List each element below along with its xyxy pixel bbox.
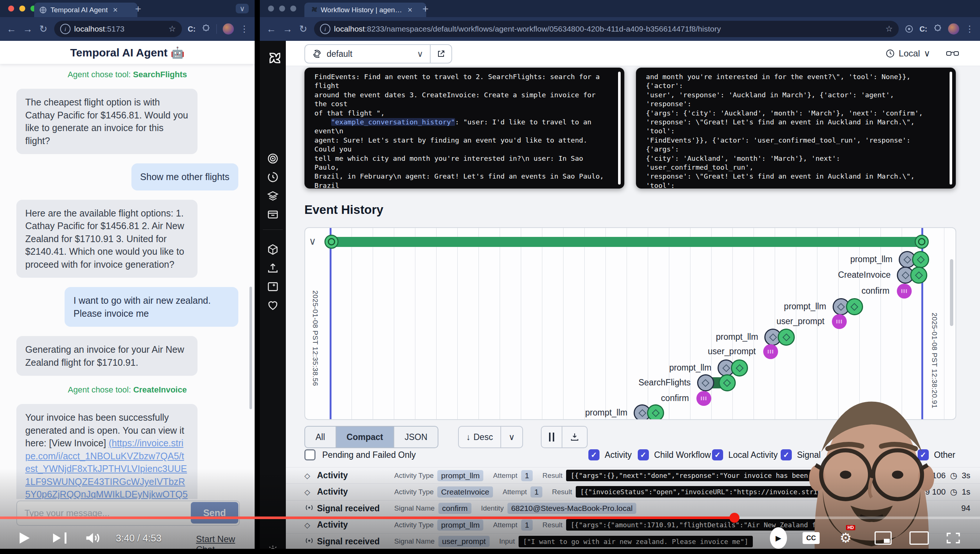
pending-failed-checkbox[interactable] — [304, 449, 315, 460]
autoplay-toggle[interactable]: ▶ — [770, 527, 787, 549]
view-mode-segmented-control[interactable]: AllCompactJSON — [304, 426, 438, 448]
invoice-link[interactable]: (https://invoice.stripe.com/i/acct_1NBOL… — [25, 438, 188, 499]
activity-scheduled-marker[interactable] — [697, 374, 714, 392]
forward-icon[interactable]: → — [23, 23, 33, 35]
sort-desc-button[interactable]: ↓ Desc — [459, 427, 500, 447]
batch-layers-icon[interactable] — [267, 189, 279, 202]
workflow-start-marker[interactable] — [325, 235, 339, 249]
back-icon[interactable]: ← — [267, 23, 276, 35]
tab-close-icon[interactable]: × — [113, 5, 118, 15]
browser-menu-icon[interactable]: ⋮ — [240, 24, 249, 34]
extensions-puzzle-icon[interactable] — [933, 24, 942, 33]
zoom-window-button[interactable] — [290, 6, 296, 11]
schedules-clock-icon[interactable] — [267, 171, 279, 183]
timezone-selector[interactable]: Local ∨ — [885, 48, 930, 59]
address-bar[interactable]: i localhost:8233/namespaces/default/work… — [314, 21, 899, 37]
new-tab-button[interactable]: + — [422, 3, 428, 15]
archive-box-icon[interactable] — [267, 208, 279, 221]
fullscreen-button[interactable] — [946, 527, 961, 549]
temporal-logo-icon[interactable] — [266, 52, 280, 67]
workflows-eye-icon[interactable] — [267, 152, 279, 165]
chat-scrollbar[interactable] — [250, 287, 252, 409]
activity-completed-marker[interactable] — [846, 298, 863, 315]
signal-marker[interactable] — [763, 344, 778, 359]
workflow-result-code-panel[interactable]: and month you're interested in for the e… — [636, 68, 956, 189]
workflow-end-marker[interactable] — [915, 235, 929, 249]
video-progress-bar[interactable] — [0, 516, 980, 519]
category-checkbox-signal[interactable]: ✓ — [781, 449, 792, 460]
tab-search-chevron-icon[interactable]: ∨ — [236, 4, 249, 13]
collapse-timeline-chevron-icon[interactable]: ∨ — [309, 236, 316, 247]
minimize-window-button[interactable] — [19, 6, 25, 11]
workflow-input-code-panel[interactable]: FindEvents: Find an event to travel to 2… — [304, 68, 624, 189]
tab-temporal-ai-agent[interactable]: Temporal AI Agent × — [34, 3, 137, 17]
sort-order-control[interactable]: ↓ Desc ∨ — [458, 426, 523, 448]
activity-completed-marker[interactable] — [778, 329, 795, 346]
download-button[interactable] — [562, 427, 587, 447]
feedback-window-icon[interactable] — [267, 280, 279, 293]
code-panel-scrollbar[interactable] — [950, 72, 952, 185]
playback-download-control[interactable] — [541, 426, 588, 448]
back-icon[interactable]: ← — [7, 23, 16, 35]
extension-eye-icon[interactable] — [905, 24, 913, 33]
pause-button[interactable] — [542, 427, 562, 447]
namespace-selector[interactable]: default ∨ — [304, 44, 452, 64]
activity-completed-marker[interactable] — [647, 404, 664, 420]
view-tab-compact[interactable]: Compact — [336, 427, 393, 447]
minimize-window-button[interactable] — [279, 6, 285, 11]
profile-avatar[interactable] — [948, 23, 959, 35]
view-tab-all[interactable]: All — [305, 427, 336, 447]
activity-completed-marker[interactable] — [719, 374, 736, 392]
signal-marker[interactable] — [697, 391, 711, 406]
category-checkbox-local-activity[interactable]: ✓ — [712, 449, 723, 460]
category-checkbox-activity[interactable]: ✓ — [589, 449, 600, 460]
browser-menu-icon[interactable]: ⋮ — [965, 24, 974, 34]
heart-icon[interactable] — [267, 299, 279, 312]
bookmark-star-icon[interactable]: ☆ — [169, 24, 176, 34]
progress-handle[interactable] — [729, 513, 740, 523]
captions-button[interactable]: CC — [803, 527, 819, 549]
miniplayer-icon — [875, 531, 892, 545]
bookmark-star-icon[interactable]: ☆ — [885, 24, 893, 34]
codec-cube-icon[interactable] — [267, 243, 279, 256]
reload-icon[interactable]: ↻ — [299, 23, 307, 35]
site-info-icon[interactable]: i — [320, 24, 330, 34]
field-key: Activity Type — [394, 471, 434, 480]
category-checkbox-child-workflow[interactable]: ✓ — [638, 449, 649, 460]
signal-marker[interactable] — [897, 284, 912, 299]
theater-button[interactable] — [910, 527, 929, 549]
forward-icon[interactable]: → — [283, 23, 293, 35]
view-tab-json[interactable]: JSON — [393, 427, 438, 447]
extension-ci-icon[interactable]: C: — [920, 25, 927, 33]
open-namespace-button[interactable] — [430, 45, 452, 63]
code-panel-scrollbar[interactable] — [618, 72, 620, 185]
timeline-scrollbar[interactable] — [950, 259, 953, 326]
new-tab-button[interactable]: + — [135, 3, 141, 15]
miniplayer-button[interactable] — [875, 527, 892, 549]
close-window-button[interactable] — [8, 6, 14, 11]
tab-workflow-history[interactable]: Workflow History | agent-wor × — [304, 3, 426, 17]
labs-glasses-icon[interactable] — [946, 49, 959, 58]
window-controls[interactable] — [268, 6, 296, 11]
send-button[interactable]: Send — [191, 502, 238, 524]
profile-avatar[interactable] — [223, 23, 234, 35]
sort-chevron-button[interactable]: ∨ — [500, 427, 522, 447]
reload-icon[interactable]: ↻ — [39, 23, 48, 35]
extensions-puzzle-icon[interactable] — [202, 24, 210, 33]
tab-close-icon[interactable]: × — [407, 5, 412, 15]
workflow-execution-bar[interactable] — [332, 237, 922, 247]
extension-ci-icon[interactable]: C: — [188, 25, 196, 33]
close-window-button[interactable] — [268, 6, 274, 11]
play-button[interactable] — [17, 527, 31, 549]
window-controls[interactable] — [8, 6, 37, 11]
settings-button[interactable]: ⚙ HD — [840, 527, 851, 549]
activity-completed-marker[interactable] — [910, 267, 927, 284]
volume-icon[interactable] — [84, 527, 100, 549]
address-bar[interactable]: i localhost:5173 ☆ — [54, 21, 182, 37]
globe-favicon — [39, 6, 47, 14]
next-button[interactable] — [51, 527, 67, 549]
upload-icon[interactable] — [267, 262, 279, 274]
site-info-icon[interactable]: i — [60, 24, 70, 34]
activity-completed-marker[interactable] — [912, 251, 929, 268]
signal-marker[interactable] — [832, 314, 847, 329]
